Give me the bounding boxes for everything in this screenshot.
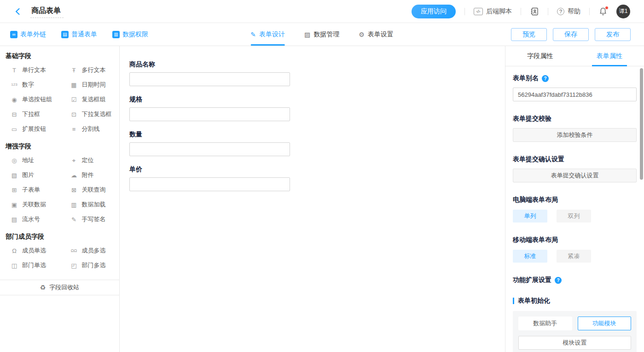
divider-icon: ≡ [70, 126, 78, 132]
field-item-label: 附件 [82, 171, 94, 179]
form-external-link-button[interactable]: ∞ 表单外链 [10, 30, 46, 39]
field-item-address[interactable]: ◎地址 [0, 153, 60, 168]
field-item-dept-single[interactable]: ◫部门单选 [0, 258, 60, 273]
field-item-member-multi[interactable]: ΩΩ成员多选 [60, 243, 120, 258]
save-button[interactable]: 保存 [553, 28, 589, 41]
contacts-icon [530, 7, 539, 16]
field-item-label: 图片 [22, 171, 34, 179]
data-manage-icon: ▨ [304, 31, 310, 38]
form-alias-label-row: 表单别名 ? [513, 74, 637, 82]
field-item-extend-button[interactable]: ▭扩展按钮 [0, 122, 60, 136]
form-init-header: 表单初始化 [513, 297, 637, 305]
field-item-serial-number[interactable]: ▤流水号 [0, 212, 60, 227]
module-settings-button[interactable]: 模块设置 [518, 336, 631, 350]
field-item-label: 子表单 [22, 186, 40, 194]
mobile-layout-standard[interactable]: 标准 [513, 250, 547, 263]
form-alias-help-icon[interactable]: ? [542, 75, 549, 82]
field-item-attachment[interactable]: ☁附件 [60, 168, 120, 182]
field-item-number[interactable]: 123数字 [0, 77, 60, 92]
form-alias-input[interactable] [513, 88, 637, 101]
signature-icon: ✎ [70, 217, 78, 223]
canvas-field-unit-price[interactable]: 单价 [129, 165, 505, 191]
field-item-subform[interactable]: ⊞子表单 [0, 182, 60, 197]
field-input[interactable] [129, 142, 290, 156]
field-recycle-bin-button[interactable]: ♻ 字段回收站 [0, 280, 119, 295]
tab-form-settings[interactable]: ⚙ 表单设置 [359, 23, 394, 46]
field-item-label: 扩展按钮 [22, 125, 46, 133]
field-item-linked-query[interactable]: ⊠关联查询 [60, 182, 120, 197]
data-assistant-button[interactable]: 数据助手 [518, 317, 572, 330]
form-alias-label: 表单别名 [513, 74, 539, 82]
field-item-signature[interactable]: ✎手写签名 [60, 212, 120, 227]
field-item-dept-multi[interactable]: ◰部门多选 [60, 258, 120, 273]
field-item-label: 单选按钮组 [22, 95, 52, 104]
publish-button[interactable]: 发布 [595, 28, 631, 41]
toolbar: ∞ 表单外链 ▤ 普通表单 ▥ 数据权限 ✎ 表单设计 ▨ 数据管理 ⚙ [0, 23, 644, 46]
help-button[interactable]: ? 帮助 [557, 7, 580, 16]
properties-panel: 字段属性 表单属性 表单别名 ? 表单提交校验 添加校验条件 表单提交确认设置 … [505, 46, 644, 352]
backend-script-button[interactable]: ‹/› 后端脚本 [474, 7, 512, 16]
tab-data-manage[interactable]: ▨ 数据管理 [304, 23, 339, 46]
extension-help-icon[interactable]: ? [555, 277, 562, 284]
recycle-bin-label: 字段回收站 [49, 283, 79, 292]
dept-multi-icon: ◰ [70, 263, 78, 269]
page-title[interactable]: 商品表单 [30, 5, 64, 18]
pc-layout-single-column[interactable]: 单列 [513, 210, 547, 223]
form-canvas[interactable]: 商品名称 规格 数量 单价 [120, 46, 505, 352]
extension-settings-label: 功能扩展设置 [513, 276, 551, 284]
panel-scrollbar[interactable] [640, 68, 643, 180]
location-icon: ⌖ [70, 158, 78, 164]
add-validation-button[interactable]: 添加校验条件 [513, 128, 637, 142]
form-init-label: 表单初始化 [518, 297, 550, 305]
preview-button[interactable]: 预览 [511, 28, 547, 41]
canvas-field-product-name[interactable]: 商品名称 [129, 60, 505, 86]
function-module-button[interactable]: 功能模块 [578, 317, 632, 330]
form-settings-icon: ⚙ [359, 31, 365, 38]
tab-field-properties[interactable]: 字段属性 [505, 46, 575, 66]
field-input[interactable] [129, 107, 290, 121]
app-access-button[interactable]: 应用访问 [412, 5, 456, 18]
toolbar-actions: 预览 保存 发布 [511, 28, 631, 41]
field-item-single-line-text[interactable]: T单行文本 [0, 63, 60, 77]
multi-select-icon: ⊡ [70, 111, 78, 117]
back-button[interactable] [12, 6, 24, 18]
contacts-button[interactable] [530, 7, 539, 16]
tab-form-properties[interactable]: 表单属性 [575, 46, 644, 66]
image-icon: ▧ [10, 172, 18, 178]
data-permission-label: 数据权限 [122, 30, 148, 39]
field-item-datetime[interactable]: ▦日期时间 [60, 77, 120, 92]
field-item-label: 数字 [22, 81, 34, 89]
pc-layout-double-column[interactable]: 双列 [557, 210, 591, 223]
field-input[interactable] [129, 177, 290, 191]
canvas-field-quantity[interactable]: 数量 [129, 130, 505, 156]
field-item-radio-group[interactable]: ◉单选按钮组 [0, 92, 60, 107]
dept-single-icon: ◫ [10, 263, 18, 269]
form-external-link-label: 表单外链 [20, 30, 46, 39]
submit-confirm-section: 表单提交确认设置 表单提交确认设置 [513, 155, 637, 182]
field-input[interactable] [129, 72, 290, 86]
field-item-image[interactable]: ▧图片 [0, 168, 60, 182]
form-design-icon: ✎ [250, 31, 256, 38]
datetime-icon: ▦ [70, 82, 78, 88]
notification-button[interactable] [598, 7, 608, 16]
avatar[interactable]: 谭1 [616, 5, 630, 18]
field-item-data-load[interactable]: ▥数据加载 [60, 197, 120, 212]
field-item-label: 日期时间 [82, 81, 106, 89]
submit-confirm-button[interactable]: 表单提交确认设置 [513, 169, 637, 182]
canvas-field-spec[interactable]: 规格 [129, 95, 505, 121]
field-item-member-single[interactable]: Ω成员单选 [0, 243, 60, 258]
field-item-linked-data[interactable]: ▣关联数据 [0, 197, 60, 212]
field-item-divider[interactable]: ≡分割线 [60, 122, 120, 136]
plain-form-button[interactable]: ▤ 普通表单 [61, 30, 97, 39]
mobile-layout-compact[interactable]: 紧凑 [557, 250, 591, 263]
field-item-multi-line-text[interactable]: Ŧ多行文本 [60, 63, 120, 77]
field-item-label: 关联数据 [22, 200, 46, 209]
tab-form-design[interactable]: ✎ 表单设计 [250, 23, 285, 46]
field-item-multi-select[interactable]: ⊡下拉复选框 [60, 107, 120, 122]
data-permission-button[interactable]: ▥ 数据权限 [112, 30, 148, 39]
form-init-options: 数据助手 功能模块 [518, 317, 631, 330]
field-item-checkbox-group[interactable]: ☑复选框组 [60, 92, 120, 107]
extension-settings-section: 功能扩展设置 ? [513, 276, 637, 284]
field-item-location[interactable]: ⌖定位 [60, 153, 120, 168]
field-item-select[interactable]: ⊟下拉框 [0, 107, 60, 122]
